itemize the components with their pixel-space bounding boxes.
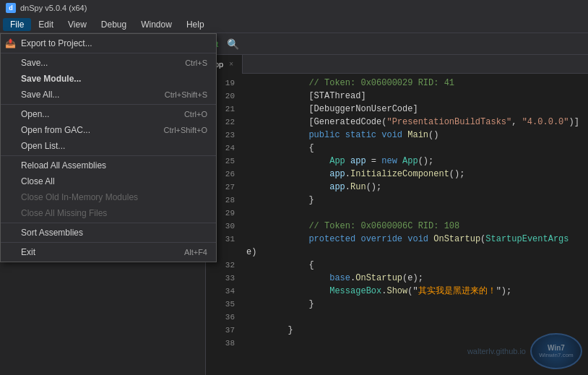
code-line-36: 36 — [206, 311, 588, 324]
dropdown-section-5: Sort Assemblies — [1, 223, 216, 242]
dd-close-missing: Close All Missing Files — [1, 205, 216, 221]
menu-view[interactable]: View — [61, 18, 94, 31]
code-line-30: 30 // Token: 0x0600006C RID: 108 — [206, 220, 588, 233]
code-line-26: 26 app.InitializeComponent(); — [206, 168, 588, 181]
code-line-34: 34 MessageBox.Show("其实我是黑进来的！"); — [206, 285, 588, 298]
dd-close-all[interactable]: Close All — [1, 173, 216, 189]
menu-file[interactable]: File — [3, 18, 31, 31]
code-line-24: 24 { — [206, 142, 588, 155]
file-dropdown-menu: 📤 Export to Project... Save... Ctrl+S Sa… — [0, 33, 217, 262]
dd-close-old: Close Old In-Memory Modules — [1, 189, 216, 205]
menu-edit[interactable]: Edit — [31, 18, 61, 31]
dropdown-section-2: Save... Ctrl+S Save Module... Save All..… — [1, 53, 216, 104]
watermark: walterlv.github.io Win7 Winwin7.com — [467, 333, 582, 369]
dropdown-section-6: Exit Alt+F4 — [1, 242, 216, 262]
dd-open-gac[interactable]: Open from GAC... Ctrl+Shift+O — [1, 122, 216, 138]
dd-exit[interactable]: Exit Alt+F4 — [1, 244, 216, 260]
code-line-23: 23 public static void Main() — [206, 129, 588, 142]
code-line-29: 29 — [206, 207, 588, 220]
dd-reload-all[interactable]: Reload All Assemblies — [1, 158, 216, 173]
menu-help[interactable]: Help — [179, 18, 212, 31]
win7-label: Win7 — [548, 344, 565, 352]
dd-save[interactable]: Save... Ctrl+S — [1, 55, 216, 71]
code-line-31: 31 protected override void OnStartup(Sta… — [206, 233, 588, 259]
title-text: dnSpy v5.0.4 (x64) — [20, 4, 87, 12]
dd-sort[interactable]: Sort Assemblies — [1, 225, 216, 241]
code-panel: pp × 19 // Token: 0x06000029 RID: 41 20 … — [206, 55, 588, 375]
code-line-35: 35 } — [206, 298, 588, 311]
code-line-19: 19 // Token: 0x06000029 RID: 41 — [206, 77, 588, 90]
toolbar-search[interactable]: 🔍 — [224, 35, 241, 53]
dd-save-module[interactable]: Save Module... — [1, 71, 216, 87]
dropdown-section-4: Reload All Assemblies Close All Close Ol… — [1, 155, 216, 223]
dd-export[interactable]: 📤 Export to Project... — [1, 35, 216, 51]
code-line-22: 22 [GeneratedCode("PresentationBuildTask… — [206, 116, 588, 129]
code-tabs: pp × — [206, 55, 588, 74]
dd-open[interactable]: Open... Ctrl+O — [1, 106, 216, 122]
code-line-33: 33 base.OnStartup(e); — [206, 272, 588, 285]
titlebar: d dnSpy v5.0.4 (x64) — [0, 0, 588, 16]
code-line-32: 32 { — [206, 259, 588, 272]
menu-debug[interactable]: Debug — [94, 18, 134, 31]
dropdown-section-3: Open... Ctrl+O Open from GAC... Ctrl+Shi… — [1, 104, 216, 155]
menubar: File Edit View Debug Window Help — [0, 16, 588, 33]
menu-window[interactable]: Window — [134, 18, 179, 31]
code-line-28: 28 } — [206, 194, 588, 207]
tab-close-icon[interactable]: × — [229, 60, 233, 68]
code-line-21: 21 [DebuggerNonUserCode] — [206, 103, 588, 116]
dd-save-all[interactable]: Save All... Ctrl+Shift+S — [1, 87, 216, 103]
code-line-20: 20 [STAThread] — [206, 90, 588, 103]
dropdown-section-1: 📤 Export to Project... — [1, 34, 216, 53]
dd-open-list[interactable]: Open List... — [1, 138, 216, 154]
site-text: walterlv.github.io — [467, 347, 526, 355]
code-area[interactable]: 19 // Token: 0x06000029 RID: 41 20 [STAT… — [206, 74, 588, 375]
export-icon: 📤 — [5, 38, 16, 48]
code-line-25: 25 App app = new App(); — [206, 155, 588, 168]
code-line-27: 27 app.Run(); — [206, 181, 588, 194]
app-icon: d — [6, 3, 16, 13]
winwin7-label: Winwin7.com — [539, 352, 574, 358]
